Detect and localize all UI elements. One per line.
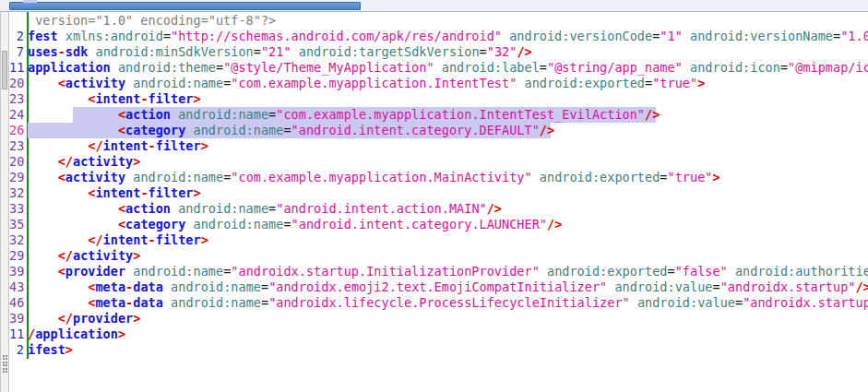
line-number: 23 xyxy=(9,138,26,154)
code-token: < xyxy=(118,107,125,122)
code-line-text: <activity android:name="com.example.myap… xyxy=(28,76,868,91)
code-token: </ xyxy=(58,154,73,169)
code-token: android:authorities xyxy=(735,264,868,279)
code-token: = xyxy=(540,60,547,75)
code-token xyxy=(630,295,637,310)
code-line: fest xmlns:android="http://schemas.andro… xyxy=(28,29,868,44)
code-line: <activity android:name="com.example.myap… xyxy=(28,170,868,185)
code-token xyxy=(28,295,88,310)
code-token: filter xyxy=(156,138,201,153)
line-number: 20 xyxy=(9,76,26,91)
gutter: 271120232426232029323335322939434639112 xyxy=(9,13,26,358)
code-token: android:icon xyxy=(690,60,780,75)
code-token: "androidx.startup.InitializationProvider… xyxy=(231,264,539,279)
code-token: "android.intent.category.DEFAULT" xyxy=(291,123,540,137)
code-token xyxy=(111,60,118,75)
code-token: "http://schemas.android.com/apk/res/andr… xyxy=(171,29,502,43)
code-token: > xyxy=(201,232,208,247)
code-token: application xyxy=(35,327,118,341)
code-token: = xyxy=(780,60,788,75)
code-line: <action android:name="android.intent.act… xyxy=(28,201,868,217)
code-line: <meta-data android:name="androidx.lifecy… xyxy=(28,295,868,311)
code-token: data xyxy=(133,279,163,294)
code-token: data xyxy=(133,295,163,310)
line-number: 43 xyxy=(9,279,26,295)
code-line: </activity> xyxy=(28,154,868,170)
code-token: = xyxy=(712,279,719,294)
code-token: activity xyxy=(65,170,125,184)
code-token: - xyxy=(58,44,65,59)
code-token: </ xyxy=(88,138,102,153)
code-token xyxy=(58,29,65,43)
code-token: intent xyxy=(95,91,140,106)
code-token: "androidx.startup" xyxy=(720,279,856,294)
code-token: > xyxy=(133,154,140,169)
horizontal-scrollbar-thumb[interactable] xyxy=(9,2,361,10)
code-line-text: </activity> xyxy=(28,154,868,170)
code-token xyxy=(728,264,735,279)
code-token xyxy=(683,60,690,75)
code-line: <intent-filter> xyxy=(28,185,868,201)
code-token xyxy=(185,123,193,137)
line-number: 29 xyxy=(9,248,26,264)
code-token: android:exported xyxy=(540,170,660,184)
code-token: android:name xyxy=(171,295,261,310)
code-line-text: <action android:name="com.example.myappl… xyxy=(28,107,868,123)
code-token xyxy=(28,248,58,263)
line-number: 2 xyxy=(9,342,26,358)
code-token: uses xyxy=(28,44,58,59)
code-token: > xyxy=(133,311,140,326)
code-token: = xyxy=(480,44,487,59)
code-token xyxy=(28,107,118,122)
line-number: 39 xyxy=(9,311,26,327)
code-token xyxy=(28,264,58,279)
code-editor[interactable]: 271120232426232029323335322939434639112 … xyxy=(9,12,868,392)
grip-dots-icon[interactable] xyxy=(3,362,5,363)
code-line-text: <meta-data android:name="androidx.lifecy… xyxy=(28,295,868,311)
code-token: android:versionName xyxy=(690,29,833,43)
line-number: 32 xyxy=(9,232,26,248)
code-token: android:value xyxy=(637,295,735,310)
code-token: xmlns:android xyxy=(65,29,163,43)
code-token: "com.example.myapplication.MainActivity" xyxy=(231,170,531,184)
code-line: uses-sdk android:minSdkVersion="21" andr… xyxy=(28,44,868,60)
code-token: category xyxy=(125,123,185,137)
grip-dots-icon[interactable] xyxy=(3,368,5,370)
code-token: android:label xyxy=(442,60,540,75)
code-token: android:minSdkVersion xyxy=(95,44,253,59)
code-token: "android.intent.category.LAUNCHER" xyxy=(291,217,547,232)
code-token: = xyxy=(261,295,268,310)
code-token xyxy=(28,76,58,90)
code-line: version="1.0" encoding="utf-8"?> xyxy=(28,13,868,29)
code-line-text: <category android:name="android.intent.c… xyxy=(28,123,868,138)
code-token: </ xyxy=(58,311,73,326)
grip-dots-icon[interactable] xyxy=(3,355,5,357)
code-line-text: </activity> xyxy=(28,248,868,264)
code-token: "21" xyxy=(261,44,291,59)
code-line-text: version="1.0" encoding="utf-8"?> xyxy=(28,13,868,29)
left-splitter-strip[interactable] xyxy=(0,12,9,392)
code-line-text: fest xmlns:android="http://schemas.andro… xyxy=(28,29,868,44)
code-token: > xyxy=(697,76,705,90)
code-token: - xyxy=(149,232,156,247)
code-token: < xyxy=(118,217,125,232)
code-rows[interactable]: version="1.0" encoding="utf-8"?>fest xml… xyxy=(28,13,868,358)
code-token: = xyxy=(645,76,652,90)
code-token: meta xyxy=(95,295,125,310)
xml-viewer-window: 271120232426232029323335322939434639112 … xyxy=(0,0,868,392)
code-token xyxy=(28,232,88,247)
code-token: = xyxy=(254,44,261,59)
code-token: "android.intent.action.MAIN" xyxy=(276,201,486,216)
line-number: 33 xyxy=(9,201,26,217)
code-token: = xyxy=(735,295,743,310)
code-line-text: uses-sdk android:minSdkVersion="21" andr… xyxy=(28,44,868,60)
left-scrollbar-thumb[interactable] xyxy=(2,51,7,89)
code-token: = xyxy=(833,29,840,43)
code-token xyxy=(434,60,442,75)
code-token xyxy=(171,201,178,216)
horizontal-scrollbar-track[interactable] xyxy=(0,0,868,12)
code-token: < xyxy=(58,170,65,184)
code-token xyxy=(532,170,540,184)
code-token: = xyxy=(216,60,223,75)
code-token: fest xyxy=(28,29,58,43)
